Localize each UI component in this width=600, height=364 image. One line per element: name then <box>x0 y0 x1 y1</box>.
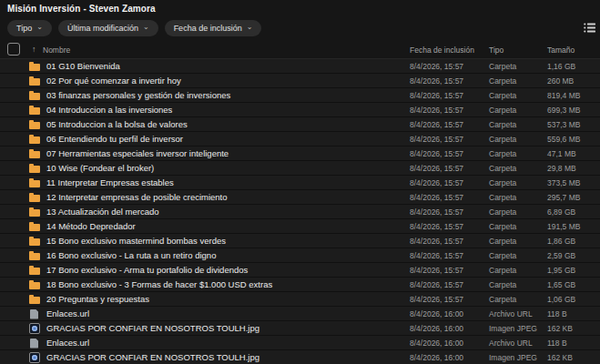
file-type: Carpeta <box>489 149 516 158</box>
file-size: 1,86 GB <box>547 237 575 246</box>
image-thumbnail-icon <box>29 352 40 363</box>
file-type: Carpeta <box>489 207 516 217</box>
column-header-type[interactable]: Tipo <box>489 46 503 55</box>
folder-icon <box>29 192 40 203</box>
table-row[interactable]: GRACIAS POR CONFIAR EN NOSOTROS TOULH.jp… <box>0 321 600 336</box>
table-row[interactable]: 05 Introduccion a la bolsa de valores 8/… <box>0 117 600 132</box>
select-all-checkbox[interactable] <box>7 43 20 56</box>
file-name: 17 Bono exclusivo - Arma tu portafolio d… <box>46 265 248 275</box>
folder-icon <box>29 221 40 232</box>
file-name: 12 Interpretar empresas de posible creci… <box>46 192 228 202</box>
file-name: Enlaces.url <box>46 338 89 348</box>
folder-icon <box>29 279 40 290</box>
file-name: 03 finanzas personales y gestión de inve… <box>46 90 230 100</box>
file-type: Carpeta <box>489 193 516 202</box>
file-list: 01 G10 Bienvenida 8/4/2026, 15:57 Carpet… <box>0 59 600 364</box>
table-row[interactable]: 14 Método Depredador 8/4/2026, 15:57 Car… <box>0 219 600 234</box>
table-row[interactable]: 17 Bono exclusivo - Arma tu portafolio d… <box>0 263 600 278</box>
file-date-added: 8/4/2026, 15:57 <box>410 207 463 217</box>
table-row[interactable]: 13 Actualización del mercado 8/4/2026, 1… <box>0 205 600 219</box>
folder-icon <box>29 105 40 116</box>
file-name: 16 Bono exclusivo - La ruta a un retiro … <box>46 250 216 260</box>
page-title: Misión Inversión - Steven Zamora <box>7 4 156 14</box>
file-name: 04 Introduccion a las inversiones <box>46 105 172 115</box>
table-row[interactable]: Enlaces.url 8/4/2026, 16:00 Archivo URL … <box>0 307 600 321</box>
file-type: Imagen JPEG <box>489 353 537 362</box>
column-header-date-added[interactable]: Fecha de inclusión <box>410 46 474 55</box>
folder-icon <box>29 177 40 188</box>
table-row[interactable]: 02 Por qué comenzar a invertir hoy 8/4/2… <box>0 74 600 88</box>
file-name: 01 G10 Bienvenida <box>46 61 120 71</box>
file-date-added: 8/4/2026, 15:57 <box>410 266 463 275</box>
image-thumbnail-icon <box>29 323 40 334</box>
file-name: 06 Entendiendo tu perfil de inversor <box>46 134 183 144</box>
table-row[interactable]: 07 Herramientas especiales inversor inte… <box>0 147 600 161</box>
chevron-down-icon: ⌄ <box>247 24 253 31</box>
file-type: Carpeta <box>489 106 516 115</box>
file-size: 118 B <box>547 339 567 348</box>
table-row[interactable]: 15 Bono exclusivo mastermind bombas verd… <box>0 234 600 248</box>
file-type: Carpeta <box>489 280 516 289</box>
table-row[interactable]: 10 Wise (Fondear el broker) 8/4/2026, 15… <box>0 161 600 176</box>
file-size: 118 B <box>547 309 567 318</box>
file-name: 13 Actualización del mercado <box>46 207 159 217</box>
table-row[interactable]: Enlaces.url 8/4/2026, 16:00 Archivo URL … <box>0 336 600 350</box>
file-type: Archivo URL <box>489 309 533 318</box>
sort-asc-icon[interactable]: ↑ <box>32 45 36 54</box>
file-date-added: 8/4/2026, 15:57 <box>410 251 463 260</box>
folder-icon <box>29 294 40 305</box>
file-size: 537,3 MB <box>547 120 580 129</box>
file-date-added: 8/4/2026, 15:57 <box>410 120 463 129</box>
file-size: 819,4 MB <box>547 91 580 100</box>
list-view-icon <box>584 23 595 33</box>
file-type: Carpeta <box>489 91 516 100</box>
url-file-icon <box>29 338 40 349</box>
file-name: 14 Método Depredador <box>46 221 136 231</box>
file-size: 1,06 GB <box>547 295 575 304</box>
file-size: 6,89 GB <box>547 207 575 217</box>
chevron-down-icon: ⌄ <box>36 24 43 31</box>
file-name: 18 Bono exclusivo - 3 Formas de hacer $1… <box>46 279 272 289</box>
table-row[interactable]: 18 Bono exclusivo - 3 Formas de hacer $1… <box>0 278 600 292</box>
filter-chip-date-added[interactable]: Fecha de inclusión ⌄ <box>165 20 262 36</box>
file-type: Carpeta <box>489 178 516 187</box>
file-size: 2,59 GB <box>547 251 575 260</box>
table-row[interactable]: 11 Interpretar Empresas estables 8/4/202… <box>0 176 600 190</box>
file-type: Carpeta <box>489 237 516 246</box>
file-size: 260 MB <box>547 76 574 86</box>
table-row[interactable]: 06 Entendiendo tu perfil de inversor 8/4… <box>0 132 600 147</box>
file-size: 699,3 MB <box>547 106 580 115</box>
column-header-name[interactable]: Nombre <box>43 46 70 55</box>
file-name: Enlaces.url <box>46 308 89 318</box>
file-type: Carpeta <box>489 266 516 275</box>
file-type: Carpeta <box>489 76 516 86</box>
filter-chip-type[interactable]: Tipo ⌄ <box>7 20 52 36</box>
folder-icon <box>29 163 40 174</box>
folder-icon <box>29 207 40 217</box>
table-row[interactable]: 03 finanzas personales y gestión de inve… <box>0 88 600 103</box>
filter-chip-type-label: Tipo <box>16 24 32 33</box>
filter-chip-last-modified[interactable]: Última modificación ⌄ <box>58 20 158 36</box>
folder-icon <box>29 76 40 86</box>
table-row[interactable]: 20 Preguntas y respuestas 8/4/2026, 15:5… <box>0 292 600 307</box>
table-row[interactable]: 04 Introduccion a las inversiones 8/4/20… <box>0 103 600 117</box>
table-row[interactable]: GRACIAS POR CONFIAR EN NOSOTROS TOULH.jp… <box>0 350 600 364</box>
file-name: GRACIAS POR CONFIAR EN NOSOTROS TOULH.jp… <box>46 323 259 333</box>
folder-icon <box>29 61 40 72</box>
file-date-added: 8/4/2026, 16:00 <box>410 324 463 333</box>
table-row[interactable]: 16 Bono exclusivo - La ruta a un retiro … <box>0 248 600 263</box>
table-row[interactable]: 01 G10 Bienvenida 8/4/2026, 15:57 Carpet… <box>0 59 600 74</box>
column-header-size[interactable]: Tamaño <box>547 46 575 55</box>
list-view-toggle[interactable] <box>582 21 596 34</box>
file-name: 07 Herramientas especiales inversor inte… <box>46 148 229 158</box>
file-date-added: 8/4/2026, 15:57 <box>410 178 463 187</box>
folder-icon <box>29 148 40 159</box>
table-row[interactable]: 12 Interpretar empresas de posible creci… <box>0 190 600 205</box>
file-date-added: 8/4/2026, 15:57 <box>410 91 463 100</box>
file-type: Carpeta <box>489 251 516 260</box>
folder-icon <box>29 134 40 145</box>
file-type: Imagen JPEG <box>489 324 537 333</box>
file-date-added: 8/4/2026, 15:57 <box>410 164 463 173</box>
folder-icon <box>29 236 40 247</box>
file-size: 373,5 MB <box>547 178 580 187</box>
